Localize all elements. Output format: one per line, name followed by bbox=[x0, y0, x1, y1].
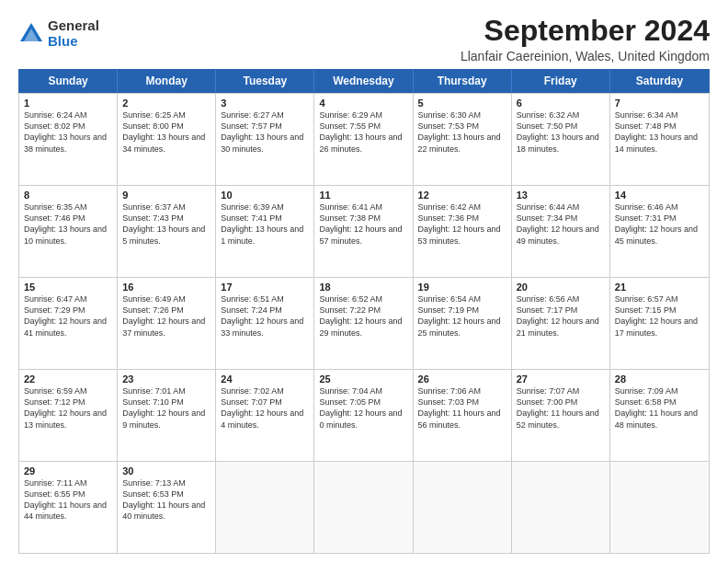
day-info: Sunrise: 7:06 AM Sunset: 7:03 PM Dayligh… bbox=[418, 385, 506, 431]
day-info: Sunrise: 6:39 AM Sunset: 7:41 PM Dayligh… bbox=[221, 201, 309, 247]
day-info: Sunrise: 6:30 AM Sunset: 7:53 PM Dayligh… bbox=[418, 109, 506, 155]
calendar-day-8: 8Sunrise: 6:35 AM Sunset: 7:46 PM Daylig… bbox=[19, 186, 118, 277]
day-number: 8 bbox=[24, 190, 112, 201]
logo-icon bbox=[18, 21, 44, 47]
calendar-day-2: 2Sunrise: 6:25 AM Sunset: 8:00 PM Daylig… bbox=[118, 94, 216, 185]
day-number: 6 bbox=[517, 98, 605, 109]
day-number: 5 bbox=[418, 98, 506, 109]
title-block: September 2024 Llanfair Caereinion, Wale… bbox=[461, 15, 710, 63]
day-info: Sunrise: 6:56 AM Sunset: 7:17 PM Dayligh… bbox=[517, 293, 605, 339]
day-number: 12 bbox=[418, 190, 506, 201]
day-number: 9 bbox=[122, 190, 210, 201]
logo-text: General Blue bbox=[48, 18, 99, 49]
header: General Blue September 2024 Llanfair Cae… bbox=[18, 15, 710, 63]
calendar-header: SundayMondayTuesdayWednesdayThursdayFrid… bbox=[18, 69, 710, 93]
header-day-wednesday: Wednesday bbox=[314, 70, 413, 92]
day-number: 7 bbox=[615, 98, 704, 109]
calendar-day-19: 19Sunrise: 6:54 AM Sunset: 7:19 PM Dayli… bbox=[414, 278, 512, 369]
day-number: 14 bbox=[615, 190, 704, 201]
day-number: 24 bbox=[221, 373, 309, 385]
day-number: 4 bbox=[319, 98, 407, 109]
calendar-empty-cell bbox=[314, 462, 413, 553]
calendar-day-9: 9Sunrise: 6:37 AM Sunset: 7:43 PM Daylig… bbox=[118, 186, 216, 277]
header-day-monday: Monday bbox=[118, 70, 216, 92]
day-info: Sunrise: 7:07 AM Sunset: 7:00 PM Dayligh… bbox=[517, 385, 605, 431]
day-number: 25 bbox=[319, 373, 407, 385]
calendar-day-15: 15Sunrise: 6:47 AM Sunset: 7:29 PM Dayli… bbox=[19, 278, 118, 369]
logo: General Blue bbox=[18, 18, 99, 49]
logo-blue: Blue bbox=[48, 34, 99, 50]
day-number: 18 bbox=[319, 282, 407, 293]
calendar-day-13: 13Sunrise: 6:44 AM Sunset: 7:34 PM Dayli… bbox=[512, 186, 610, 277]
day-number: 3 bbox=[221, 98, 309, 109]
calendar-day-5: 5Sunrise: 6:30 AM Sunset: 7:53 PM Daylig… bbox=[414, 94, 512, 185]
day-info: Sunrise: 6:37 AM Sunset: 7:43 PM Dayligh… bbox=[122, 201, 210, 247]
calendar-week-1: 1Sunrise: 6:24 AM Sunset: 8:02 PM Daylig… bbox=[19, 93, 709, 185]
calendar-day-16: 16Sunrise: 6:49 AM Sunset: 7:26 PM Dayli… bbox=[118, 278, 216, 369]
day-info: Sunrise: 7:02 AM Sunset: 7:07 PM Dayligh… bbox=[221, 385, 309, 431]
calendar-day-6: 6Sunrise: 6:32 AM Sunset: 7:50 PM Daylig… bbox=[512, 94, 610, 185]
day-number: 23 bbox=[122, 373, 210, 385]
calendar-day-12: 12Sunrise: 6:42 AM Sunset: 7:36 PM Dayli… bbox=[414, 186, 512, 277]
day-info: Sunrise: 6:47 AM Sunset: 7:29 PM Dayligh… bbox=[24, 293, 112, 339]
day-number: 26 bbox=[418, 373, 506, 385]
day-info: Sunrise: 6:57 AM Sunset: 7:15 PM Dayligh… bbox=[615, 293, 704, 339]
calendar-day-27: 27Sunrise: 7:07 AM Sunset: 7:00 PM Dayli… bbox=[512, 370, 610, 461]
day-info: Sunrise: 6:54 AM Sunset: 7:19 PM Dayligh… bbox=[418, 293, 506, 339]
calendar-day-17: 17Sunrise: 6:51 AM Sunset: 7:24 PM Dayli… bbox=[216, 278, 314, 369]
day-number: 17 bbox=[221, 282, 309, 293]
calendar-day-14: 14Sunrise: 6:46 AM Sunset: 7:31 PM Dayli… bbox=[610, 186, 709, 277]
day-info: Sunrise: 7:01 AM Sunset: 7:10 PM Dayligh… bbox=[122, 385, 210, 431]
calendar-day-1: 1Sunrise: 6:24 AM Sunset: 8:02 PM Daylig… bbox=[19, 94, 118, 185]
calendar-day-24: 24Sunrise: 7:02 AM Sunset: 7:07 PM Dayli… bbox=[216, 370, 314, 461]
calendar-day-29: 29Sunrise: 7:11 AM Sunset: 6:55 PM Dayli… bbox=[19, 462, 118, 553]
header-day-thursday: Thursday bbox=[414, 70, 512, 92]
calendar-empty-cell bbox=[512, 462, 610, 553]
calendar-empty-cell bbox=[610, 462, 709, 553]
calendar-day-30: 30Sunrise: 7:13 AM Sunset: 6:53 PM Dayli… bbox=[118, 462, 216, 553]
header-day-tuesday: Tuesday bbox=[216, 70, 314, 92]
day-number: 19 bbox=[418, 282, 506, 293]
day-info: Sunrise: 6:24 AM Sunset: 8:02 PM Dayligh… bbox=[24, 109, 112, 155]
logo-general: General bbox=[48, 18, 99, 34]
calendar: SundayMondayTuesdayWednesdayThursdayFrid… bbox=[18, 69, 710, 554]
day-info: Sunrise: 6:41 AM Sunset: 7:38 PM Dayligh… bbox=[319, 201, 407, 247]
calendar-day-23: 23Sunrise: 7:01 AM Sunset: 7:10 PM Dayli… bbox=[118, 370, 216, 461]
calendar-body: 1Sunrise: 6:24 AM Sunset: 8:02 PM Daylig… bbox=[18, 93, 710, 554]
day-info: Sunrise: 6:49 AM Sunset: 7:26 PM Dayligh… bbox=[122, 293, 210, 339]
calendar-week-2: 8Sunrise: 6:35 AM Sunset: 7:46 PM Daylig… bbox=[19, 185, 709, 277]
day-number: 30 bbox=[122, 465, 210, 477]
calendar-day-21: 21Sunrise: 6:57 AM Sunset: 7:15 PM Dayli… bbox=[610, 278, 709, 369]
calendar-empty-cell bbox=[216, 462, 314, 553]
day-number: 16 bbox=[122, 282, 210, 293]
day-info: Sunrise: 6:27 AM Sunset: 7:57 PM Dayligh… bbox=[221, 109, 309, 155]
calendar-day-26: 26Sunrise: 7:06 AM Sunset: 7:03 PM Dayli… bbox=[414, 370, 512, 461]
day-number: 21 bbox=[615, 282, 704, 293]
calendar-day-18: 18Sunrise: 6:52 AM Sunset: 7:22 PM Dayli… bbox=[314, 278, 413, 369]
day-info: Sunrise: 6:51 AM Sunset: 7:24 PM Dayligh… bbox=[221, 293, 309, 339]
day-info: Sunrise: 6:44 AM Sunset: 7:34 PM Dayligh… bbox=[517, 201, 605, 247]
calendar-day-7: 7Sunrise: 6:34 AM Sunset: 7:48 PM Daylig… bbox=[610, 94, 709, 185]
day-number: 11 bbox=[319, 190, 407, 201]
day-info: Sunrise: 6:35 AM Sunset: 7:46 PM Dayligh… bbox=[24, 201, 112, 247]
header-day-saturday: Saturday bbox=[610, 70, 709, 92]
day-info: Sunrise: 6:25 AM Sunset: 8:00 PM Dayligh… bbox=[122, 109, 210, 155]
calendar-week-3: 15Sunrise: 6:47 AM Sunset: 7:29 PM Dayli… bbox=[19, 277, 709, 369]
day-info: Sunrise: 6:34 AM Sunset: 7:48 PM Dayligh… bbox=[615, 109, 704, 155]
day-number: 15 bbox=[24, 282, 112, 293]
month-title: September 2024 bbox=[461, 15, 710, 47]
day-number: 2 bbox=[122, 98, 210, 109]
day-info: Sunrise: 6:29 AM Sunset: 7:55 PM Dayligh… bbox=[319, 109, 407, 155]
day-number: 13 bbox=[517, 190, 605, 201]
day-info: Sunrise: 6:52 AM Sunset: 7:22 PM Dayligh… bbox=[319, 293, 407, 339]
day-number: 20 bbox=[517, 282, 605, 293]
day-number: 22 bbox=[24, 373, 112, 385]
day-info: Sunrise: 6:59 AM Sunset: 7:12 PM Dayligh… bbox=[24, 385, 112, 431]
calendar-day-20: 20Sunrise: 6:56 AM Sunset: 7:17 PM Dayli… bbox=[512, 278, 610, 369]
day-number: 28 bbox=[615, 373, 704, 385]
day-number: 27 bbox=[517, 373, 605, 385]
day-info: Sunrise: 7:13 AM Sunset: 6:53 PM Dayligh… bbox=[122, 477, 210, 523]
calendar-day-25: 25Sunrise: 7:04 AM Sunset: 7:05 PM Dayli… bbox=[314, 370, 413, 461]
header-day-friday: Friday bbox=[512, 70, 610, 92]
calendar-week-5: 29Sunrise: 7:11 AM Sunset: 6:55 PM Dayli… bbox=[19, 461, 709, 553]
